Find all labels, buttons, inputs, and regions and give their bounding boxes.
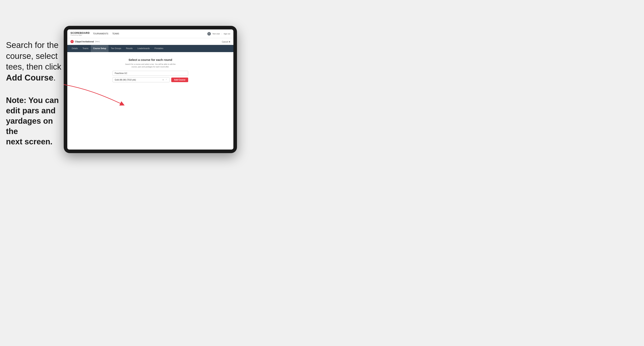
section-title: Select a course for each round	[128, 58, 172, 61]
nav-links: TOURNAMENTS TEAMS	[93, 33, 119, 35]
tablet-device: SCOREBOARD Powered by clippd TOURNAMENTS…	[64, 26, 237, 153]
tournament-header: C Clippd Invitational (Men) Cancel ✕	[67, 38, 234, 45]
tab-tee-groups[interactable]: Tee Groups	[108, 45, 124, 52]
cancel-area: Cancel ✕	[222, 40, 230, 43]
nav-left: SCOREBOARD Powered by clippd TOURNAMENTS…	[70, 32, 119, 36]
separator: |	[222, 33, 222, 35]
section-description: Search for a course and select a tee. Yo…	[125, 63, 176, 68]
tab-course-setup[interactable]: Course Setup	[91, 45, 108, 52]
tournament-title-row: C Clippd Invitational (Men)	[70, 40, 100, 43]
tournament-logo: C	[70, 40, 74, 43]
add-course-button[interactable]: Add Course	[171, 78, 188, 82]
tee-select-controls: ✕ ⌃	[162, 79, 168, 81]
nav-teams[interactable]: TEAMS	[112, 33, 119, 35]
tee-select-row: Gold (M) (M) (7010 yds) ✕ ⌃ Add Course	[112, 77, 188, 82]
tab-printables[interactable]: Printables	[152, 45, 166, 52]
tablet-screen: SCOREBOARD Powered by clippd TOURNAMENTS…	[67, 29, 234, 150]
tournament-gender: (Men)	[95, 40, 100, 42]
logo-subtitle: Powered by clippd	[70, 34, 90, 36]
logo-title: SCOREBOARD	[70, 32, 90, 34]
tournament-name: Clippd Invitational	[75, 40, 94, 43]
tab-leaderboards[interactable]: Leaderboards	[135, 45, 152, 52]
tab-details[interactable]: Details	[69, 45, 80, 52]
tab-teams[interactable]: Teams	[80, 45, 91, 52]
tab-bar: Details Teams Course Setup Tee Groups Re…	[67, 45, 234, 52]
top-navbar: SCOREBOARD Powered by clippd TOURNAMENTS…	[67, 29, 234, 38]
tee-select[interactable]: Gold (M) (M) (7010 yds) ✕ ⌃	[112, 77, 170, 82]
tee-arrow-button[interactable]: ⌃	[165, 79, 168, 81]
user-name: Test User	[212, 33, 220, 35]
sign-out-link[interactable]: Sign out	[224, 33, 230, 35]
cancel-button[interactable]: Cancel ✕	[222, 41, 230, 43]
annotation-area: Search for thecourse, selecttees, then c…	[6, 40, 64, 147]
tab-results[interactable]: Results	[124, 45, 135, 52]
logo-area: SCOREBOARD Powered by clippd	[70, 32, 90, 36]
user-area: T Test User | Sign out	[207, 32, 230, 36]
annotation-bold: Add Course	[6, 73, 53, 82]
tee-clear-button[interactable]: ✕	[162, 79, 164, 81]
course-search-input[interactable]	[112, 71, 188, 76]
annotation-note: Note: You canedit pars andyardages on th…	[6, 95, 64, 147]
annotation-text: Search for thecourse, selecttees, then c…	[6, 40, 64, 83]
course-section: Select a course for each round Search fo…	[112, 58, 188, 82]
nav-tournaments[interactable]: TOURNAMENTS	[93, 33, 108, 35]
user-avatar: T	[207, 32, 211, 36]
main-content: Select a course for each round Search fo…	[67, 52, 234, 150]
